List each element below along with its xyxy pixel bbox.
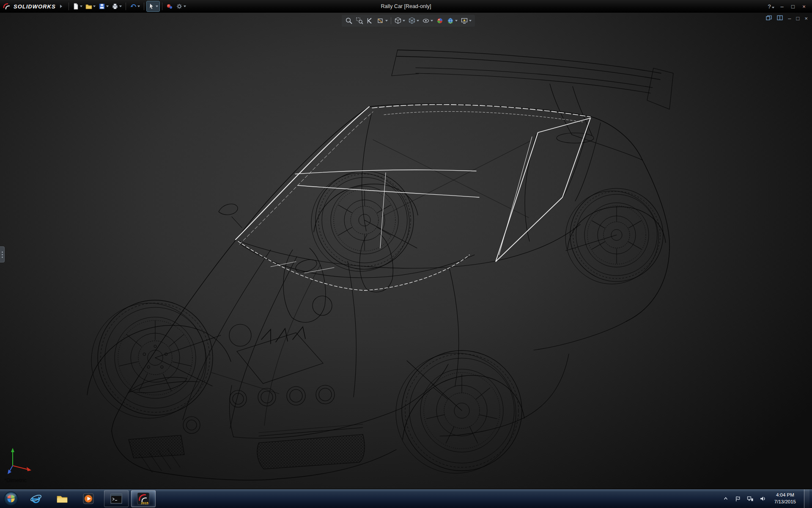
document-window-controls: – □ ×	[766, 15, 808, 22]
appearances-icon	[166, 3, 173, 10]
wheel-rear-right	[565, 188, 663, 284]
start-button[interactable]	[2, 489, 20, 508]
zoom-to-area-icon	[356, 17, 363, 25]
select-cursor-icon	[148, 3, 155, 10]
show-hidden-icons-button[interactable]	[722, 494, 730, 504]
rally-car-wireframe	[0, 13, 812, 489]
save-icon	[99, 3, 105, 10]
open-document-button[interactable]	[84, 1, 97, 11]
windows-start-orb-icon	[3, 491, 19, 506]
cascade-windows-icon	[766, 15, 772, 20]
pinned-apps	[26, 490, 98, 507]
system-tray: 4:04 PM 7/13/2015	[722, 489, 812, 508]
show-desktop-button[interactable]	[804, 489, 809, 508]
standard-toolbar	[71, 1, 187, 11]
zoom-to-area-button[interactable]	[356, 16, 363, 26]
edit-appearance-ball-icon	[436, 17, 444, 25]
section-view-button[interactable]	[377, 16, 388, 26]
view-orientation-button[interactable]	[394, 16, 405, 26]
view-orientation-label: *Dimetric	[4, 477, 27, 483]
appearances-button[interactable]	[165, 1, 174, 11]
zoom-to-fit-icon	[345, 17, 353, 25]
options-button[interactable]	[175, 1, 187, 11]
volume-icon	[759, 495, 766, 502]
display-style-button[interactable]	[408, 16, 419, 26]
menu-flyout-arrow-icon[interactable]	[60, 5, 62, 8]
select-tool-button[interactable]	[147, 1, 159, 11]
edit-appearance-button[interactable]	[436, 16, 444, 26]
solidworks-version-badge: 2015	[141, 501, 148, 505]
hide-show-eye-icon	[422, 17, 430, 25]
tile-windows-icon	[777, 15, 783, 20]
action-center-flag-icon	[735, 496, 741, 502]
solidworks-taskbar-button[interactable]: 2015	[131, 490, 156, 507]
doc-minimize-button[interactable]: –	[788, 16, 791, 21]
maximize-button[interactable]: □	[787, 3, 798, 11]
cascade-windows-button[interactable]	[766, 15, 772, 22]
print-icon	[112, 3, 118, 10]
taskbar: 2015	[0, 489, 812, 508]
highlighted-edges	[236, 105, 590, 290]
titlebar: SOLIDWORKS	[0, 0, 812, 13]
separator	[391, 17, 391, 24]
undo-icon	[130, 3, 137, 10]
tile-windows-button[interactable]	[777, 15, 783, 22]
headsup-view-toolbar	[342, 15, 475, 27]
command-prompt-button[interactable]	[104, 490, 129, 507]
hide-show-items-button[interactable]	[422, 16, 433, 26]
action-center-button[interactable]	[734, 494, 742, 504]
show-hidden-icons-arrow-icon	[723, 496, 729, 502]
brand-text: SOLIDWORKS	[14, 3, 56, 10]
section-view-icon	[377, 17, 384, 25]
solidworks-logo: SOLIDWORKS	[0, 2, 66, 11]
folder-icon	[56, 492, 69, 505]
clock-time: 4:04 PM	[774, 492, 796, 499]
network-icon	[747, 495, 754, 502]
apply-scene-button[interactable]	[447, 16, 458, 26]
doc-close-button[interactable]: ×	[804, 16, 808, 21]
minimize-button[interactable]: –	[776, 3, 787, 11]
options-gear-icon	[176, 3, 183, 10]
command-prompt-icon	[110, 494, 122, 504]
separator	[69, 3, 69, 10]
internet-explorer-button[interactable]	[26, 490, 46, 507]
volume-button[interactable]	[759, 494, 766, 504]
graphics-area[interactable]: – □ × *Dimetric	[0, 13, 812, 489]
previous-view-button[interactable]	[366, 16, 374, 26]
apply-scene-globe-icon	[447, 17, 454, 25]
new-document-icon	[72, 3, 79, 10]
view-settings-button[interactable]	[461, 16, 472, 26]
orientation-triad	[7, 445, 36, 477]
separator	[126, 3, 126, 10]
save-button[interactable]	[97, 1, 110, 11]
doc-restore-button[interactable]: □	[796, 16, 800, 21]
wheel-front-right	[396, 351, 522, 473]
separator	[144, 3, 144, 10]
open-document-icon	[85, 3, 92, 10]
window-controls: ? – □ ×	[765, 3, 812, 11]
help-button[interactable]: ?	[765, 3, 776, 11]
network-button[interactable]	[746, 494, 754, 504]
internet-explorer-icon	[30, 492, 42, 505]
view-settings-icon	[461, 17, 468, 25]
media-player-icon	[82, 492, 95, 505]
taskbar-clock[interactable]: 4:04 PM 7/13/2015	[771, 492, 799, 505]
print-button[interactable]	[110, 1, 123, 11]
undo-button[interactable]	[129, 1, 141, 11]
clock-date: 7/13/2015	[774, 499, 796, 505]
open-apps: 2015	[104, 490, 156, 507]
zoom-to-fit-button[interactable]	[345, 16, 353, 26]
solidworks-logo-icon	[3, 2, 11, 11]
featuremanager-collapsed-tab[interactable]	[0, 246, 5, 262]
new-document-button[interactable]	[71, 1, 84, 11]
wheel-front-left	[91, 300, 213, 418]
wheel-rear-left	[311, 171, 414, 271]
view-orientation-cube-icon	[394, 17, 402, 25]
media-player-button[interactable]	[79, 490, 98, 507]
display-style-wireframe-icon	[408, 17, 416, 25]
previous-view-icon	[366, 17, 374, 25]
close-button[interactable]: ×	[798, 3, 809, 11]
file-explorer-button[interactable]	[52, 490, 72, 507]
solidworks-2015-icon: 2015	[137, 492, 150, 505]
separator	[162, 3, 162, 10]
